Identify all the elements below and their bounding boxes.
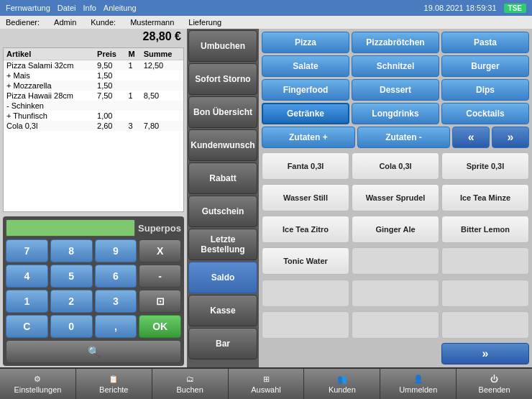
cat-btn-Zutaten-[interactable]: Zutaten + (262, 127, 355, 148)
menu-bar: Fernwartung Datei Info Anleitung (6, 4, 137, 12)
cell-m: 1 (125, 60, 140, 71)
item-btn-ice-tea-zitro[interactable]: Ice Tea Zitro (262, 216, 349, 243)
cell-summe (141, 81, 183, 91)
cat-btn-salate[interactable]: Salate (262, 55, 349, 77)
item-btn-empty (441, 280, 529, 307)
cell-m (125, 81, 140, 91)
item-btn-cola-03l[interactable]: Cola 0,3l (352, 152, 439, 180)
table-row[interactable]: Cola 0,3l2,6037,80 (4, 121, 183, 131)
action-btn-saldo[interactable]: Saldo (188, 262, 257, 293)
table-row[interactable]: - Schinken (4, 101, 183, 111)
cat-btn-Zutaten--[interactable]: Zutaten - (357, 127, 451, 148)
numpad-btn-9[interactable]: 9 (95, 239, 137, 262)
bottom-btn-auswahl[interactable]: ⊞Auswahl (229, 369, 305, 399)
cat-btn-pizzabrtchen[interactable]: Pizzabrötchen (352, 32, 439, 53)
numpad-btn-6[interactable]: 6 (95, 265, 137, 288)
table-row[interactable]: Pizza Hawaii 28cm7,5018,50 (4, 91, 183, 101)
numpad-area: Superpos 789X456-123⊡C0,OK🔍 (3, 216, 184, 366)
numpad-btn-3[interactable]: 3 (95, 290, 137, 313)
bottom-btn-ummelden[interactable]: 👤Ummelden (380, 369, 457, 399)
bottom-bar: ⚙Einstellungen📋Berichte🗂Buchen⊞Auswahl👥K… (0, 367, 532, 399)
item-btn-empty (441, 311, 529, 339)
cell-summe (141, 101, 183, 111)
numpad-btn-2[interactable]: 2 (50, 290, 93, 313)
numpad-btn-4[interactable]: 4 (6, 265, 48, 288)
action-btn-rabatt[interactable]: Rabatt (188, 162, 257, 194)
menu-datei[interactable]: Datei (58, 4, 76, 12)
cat-btn-fingerfood[interactable]: Fingerfood (262, 79, 349, 101)
cat-btn-pasta[interactable]: Pasta (441, 32, 529, 53)
cell-summe: 8,50 (141, 91, 183, 101)
item-btn-tonic-water[interactable]: Tonic Water (262, 247, 349, 275)
order-table-container: Artikel Preis M Summe Pizza Salami 32cm9… (3, 47, 184, 212)
numpad-btn-_[interactable]: ⊡ (139, 290, 181, 313)
bottom-btn-beenden[interactable]: ⏻Beenden (457, 369, 532, 399)
table-row[interactable]: + Mais1,50 (4, 70, 183, 81)
cat-btn-dips[interactable]: Dips (441, 79, 529, 101)
item-btn-bitter-lemon[interactable]: Bitter Lemon (441, 216, 529, 243)
numpad-btn-_[interactable]: - (139, 265, 181, 288)
bottom-btn-berichte[interactable]: 📋Berichte (76, 369, 152, 399)
action-btn-kundenwunsch[interactable]: Kundenwunsch (188, 129, 257, 161)
action-btn-kasse[interactable]: Kasse (188, 295, 257, 326)
item-btn-empty (352, 311, 439, 339)
bottom-icon-berichte: 📋 (106, 374, 121, 384)
bottom-label-einstellungen: Einstellungen (14, 385, 61, 394)
table-row[interactable]: Pizza Salami 32cm9,50112,50 (4, 60, 183, 71)
table-row[interactable]: + Mozzarella1,50 (4, 81, 183, 91)
menu-anleitung[interactable]: Anleitung (104, 4, 137, 12)
middle-panel: UmbuchenSofort StornoBon ÜbersichtKunden… (187, 29, 259, 367)
cat-btn-longdrinks[interactable]: Longdrinks (352, 103, 439, 124)
numpad-btn-1[interactable]: 1 (6, 290, 48, 313)
cat-btn-cocktails[interactable]: Cocktails (441, 103, 529, 124)
menu-fernwartung[interactable]: Fernwartung (6, 4, 50, 12)
cat-btn-getrnke[interactable]: Getränke (262, 103, 349, 124)
cell-summe: 7,80 (141, 121, 183, 131)
numpad-btn-8[interactable]: 8 (50, 239, 93, 262)
item-btn-wasser-sprudel[interactable]: Wasser Sprudel (352, 184, 439, 211)
numpad-grid: 789X456-123⊡C0,OK🔍 (6, 239, 181, 363)
cell-m (125, 111, 140, 121)
item-btn-ginger-ale[interactable]: Ginger Ale (352, 216, 439, 243)
action-btn-bon-bersicht[interactable]: Bon Übersicht (188, 96, 257, 128)
cat-btn-pizza[interactable]: Pizza (262, 32, 349, 53)
table-row[interactable]: + Thunfisch1,00 (4, 111, 183, 121)
cell-preis: 2,60 (94, 121, 125, 131)
numpad-btn-c[interactable]: C (6, 315, 48, 338)
cell-preis: 1,50 (94, 70, 125, 81)
numpad-btn-5[interactable]: 5 (50, 265, 93, 288)
item-btn-ice-tea-minze[interactable]: Ice Tea Minze (441, 184, 529, 211)
cat-btn-schnitzel[interactable]: Schnitzel (352, 55, 439, 77)
display-row: Superpos (6, 219, 181, 237)
item-btn-fanta-03l[interactable]: Fanta 0,3l (262, 152, 349, 180)
right-panel: PizzaPizzabrötchenPastaSalateSchnitzelBu… (259, 29, 532, 367)
numpad-btn-ok[interactable]: OK (139, 315, 181, 338)
cat-btn-dessert[interactable]: Dessert (352, 79, 439, 101)
display-input[interactable] (6, 219, 135, 237)
bottom-label-beenden: Beenden (479, 385, 510, 394)
numpad-btn-x[interactable]: X (139, 239, 181, 262)
cat-btn-»[interactable]: » (492, 127, 529, 148)
item-btn-empty (352, 247, 439, 275)
order-total: 28,80 € (0, 29, 187, 45)
action-btn-gutschein[interactable]: Gutschein (188, 196, 257, 227)
bottom-btn-buchen[interactable]: 🗂Buchen (152, 369, 229, 399)
cell-m: 3 (125, 121, 140, 131)
menu-info[interactable]: Info (83, 4, 96, 12)
numpad-btn-_[interactable]: , (95, 315, 137, 338)
cat-btn-burger[interactable]: Burger (441, 55, 529, 77)
action-btn-bar[interactable]: Bar (188, 328, 257, 359)
bottom-btn-kunden[interactable]: 👥Kunden (304, 369, 380, 399)
numpad-btn-0[interactable]: 0 (50, 315, 93, 338)
action-btn-letzte-bestellung[interactable]: Letzte Bestellung (188, 229, 257, 260)
item-btn-wasser-still[interactable]: Wasser Still (262, 184, 349, 211)
left-panel: 28,80 € Artikel Preis M Summe Pizza Sala… (0, 29, 187, 367)
numpad-btn-7[interactable]: 7 (6, 239, 48, 262)
action-btn-umbuchen[interactable]: Umbuchen (188, 30, 257, 62)
cat-btn-«[interactable]: « (452, 127, 490, 148)
bottom-btn-einstellungen[interactable]: ⚙Einstellungen (0, 369, 76, 399)
nav-next[interactable]: » (441, 343, 529, 364)
scan-button[interactable]: 🔍 (6, 340, 181, 363)
item-btn-sprite-03l[interactable]: Sprite 0,3l (441, 152, 529, 180)
action-btn-sofort-storno[interactable]: Sofort Storno (188, 63, 257, 95)
